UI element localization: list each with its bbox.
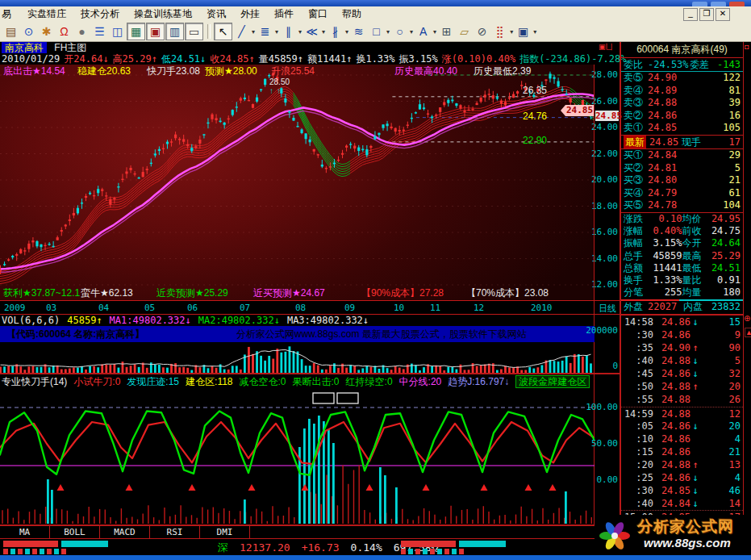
trendline-icon[interactable]: ╱	[233, 23, 250, 40]
level-annotation-2: 24.76	[523, 111, 547, 122]
tick-row-5: :5024.88↑20	[621, 380, 743, 393]
menu-item-2[interactable]: 技术分析	[73, 7, 127, 21]
chart-title-row: 南京高科 FH主图	[0, 42, 595, 53]
tick-row-14: :4024.84↓14	[621, 497, 743, 510]
tick-down-arrow-icon: ↓	[691, 497, 700, 510]
trendline-icon-dropdown[interactable]: ▾	[252, 28, 255, 36]
indicator-segment-1: 小试牛刀:0	[73, 376, 120, 387]
tick-row-10: :1524.8621	[621, 445, 743, 458]
heat-bar	[430, 549, 435, 554]
tick-down-arrow-icon: ↓	[691, 484, 700, 497]
channel-icon-dropdown[interactable]: ▾	[345, 28, 348, 36]
tick-down-arrow-icon: ↓	[691, 367, 700, 380]
menu-item-8[interactable]: 帮助	[335, 7, 369, 21]
alarm-icon[interactable]: Ω	[56, 23, 73, 40]
save-icon[interactable]: ▣	[515, 23, 532, 40]
decision-icon[interactable]: ✱	[38, 23, 55, 40]
bottom-annotation-0: 获利★37.87~12.1	[3, 288, 80, 299]
menu-item-5[interactable]: 外挂	[233, 7, 267, 21]
text-icon-dropdown[interactable]: ▾	[433, 28, 436, 36]
weicha-value: -143	[714, 58, 741, 71]
tick-row-0: 14:5824.86↓15	[621, 316, 743, 328]
volume-bars-plot[interactable]	[0, 342, 595, 373]
list-view-icon[interactable]: ☰	[91, 23, 108, 40]
stock-name-chip[interactable]: 南京高科	[2, 42, 47, 53]
eraser-icon[interactable]: ▱	[456, 23, 473, 40]
ellipse-icon[interactable]: ○	[391, 23, 408, 40]
text-icon[interactable]: A	[415, 23, 432, 40]
tick-up-arrow-icon: ↑	[691, 380, 700, 393]
oscillator-scale-0.00: 0.00	[597, 475, 619, 485]
search-icon[interactable]: ⊙	[20, 23, 37, 40]
split-view-icon[interactable]: ◫	[109, 23, 126, 40]
tab-dmi[interactable]: DMI	[200, 526, 250, 538]
palette-icon-dropdown[interactable]: ▾	[510, 28, 513, 36]
ohlc-segment-9: 涨(0.10)0.40%	[442, 53, 515, 65]
fanline-icon-dropdown[interactable]: ▾	[322, 28, 325, 36]
hline-icon-dropdown[interactable]: ▾	[275, 28, 278, 36]
channel-icon[interactable]: ∦	[327, 23, 344, 40]
ellipse-icon-dropdown[interactable]: ▾	[410, 28, 413, 36]
heat-bar	[401, 549, 406, 554]
current-price-tag: 24.85	[565, 105, 594, 116]
date-label-11: 2010	[531, 303, 553, 313]
tab-boll[interactable]: BOLL	[50, 526, 100, 538]
mdi-restore-button[interactable]: ❐	[699, 8, 714, 21]
tab-macd[interactable]: MACD	[100, 526, 150, 538]
stat-row-2: 振幅3.15%今开24.64	[621, 237, 743, 249]
rect-icon-dropdown[interactable]: ▾	[386, 28, 390, 36]
chart-view-icon[interactable]: ▣	[146, 23, 165, 40]
mdi-minimize-button[interactable]: _	[683, 8, 698, 21]
tick-scroll-up-icon[interactable]: ⊕	[744, 315, 750, 323]
window-bottom-edge	[0, 555, 751, 560]
tick-down-arrow-icon: ↓	[691, 471, 700, 484]
ad-banner: 【代码:600064 名称:南京高科】 分析家公式网www.88gs.com 最…	[0, 326, 595, 342]
mouse-icon[interactable]: ●	[73, 23, 90, 40]
quote-stock-title[interactable]: 600064 南京高科(49)	[621, 42, 743, 58]
message-icon[interactable]: ▭	[185, 23, 203, 40]
tick-alert-icon[interactable]: ▲	[745, 328, 751, 337]
mdi-close-button[interactable]: ✕	[716, 8, 730, 21]
hatch-icon[interactable]: ≋	[350, 23, 367, 40]
date-label-8: 10	[394, 303, 404, 313]
save-icon-dropdown[interactable]: ▾	[533, 28, 536, 36]
panel-pin-icon[interactable]: ◘	[745, 43, 749, 51]
menu-item-6[interactable]: 插件	[267, 7, 301, 21]
indicator-segment-2: 发现庄迹:15	[127, 376, 179, 387]
vol-segment-4-arrow-icon: ↓	[363, 315, 369, 326]
tick-row-2: :3524.90↑90	[621, 341, 743, 354]
chart-window-icon[interactable]: ▦	[127, 23, 145, 40]
book-icon[interactable]: ▤	[2, 23, 19, 40]
ohlc-segment-2: 高25.29↑	[113, 53, 157, 65]
oscillator-plot[interactable]	[0, 391, 595, 524]
hline-icon[interactable]: ≣	[257, 23, 273, 40]
heat-bar	[61, 541, 108, 547]
date-label-0: 2009	[4, 303, 26, 313]
toolbar-separator	[207, 24, 211, 39]
menu-item-3[interactable]: 操盘训练基地	[127, 7, 199, 21]
cursor-icon[interactable]: ↖	[214, 23, 232, 40]
vline-icon[interactable]: ∥	[280, 23, 297, 40]
ohlc-info-row: 2010/01/29开24.64↓高25.29↑低24.51↓收24.85↑量4…	[2, 53, 595, 65]
tab-rsi[interactable]: RSI	[150, 526, 200, 538]
ohlc-segment-3: 低24.51↓	[161, 53, 206, 65]
menu-item-0[interactable]: 易	[0, 7, 20, 21]
toolbar: ▤⊙✱Ω●☰◫▦▣▥▭↖╱▾≣▾∥▾≪▾∦▾≋□▾○▾A▾⊞▱⊘⣿▾▣▾	[0, 22, 751, 42]
volume-indicator-header: VOL(6,6,6)45859↑MA1:49802.332↓MA2:49802.…	[2, 315, 595, 326]
indicator-segment-0: 专业快刀手(14)	[2, 376, 67, 387]
menu-item-7[interactable]: 窗口	[301, 7, 335, 21]
main-candlestick-chart[interactable]: 底出击★14.54稳建仓20.63快刀手23.08预测★28.00升浪25.54…	[0, 65, 595, 300]
chart-info-icon[interactable]: ▥	[165, 23, 184, 40]
tab-ma[interactable]: MA	[0, 526, 50, 538]
menu-item-1[interactable]: 实盘猎庄	[20, 7, 73, 21]
tick-list[interactable]: 14:5824.86↓15:3024.869:3524.90↑90:4024.8…	[621, 314, 743, 524]
copy-icon[interactable]: ⊞	[438, 23, 455, 40]
palette-icon[interactable]: ⣿	[491, 23, 508, 40]
weibi-value: -24.53%	[648, 58, 690, 71]
rect-icon[interactable]: □	[368, 23, 385, 40]
unlock-icon[interactable]: ⊘	[474, 23, 490, 40]
vline-icon-dropdown[interactable]: ▾	[298, 28, 302, 36]
fanline-icon[interactable]: ≪	[303, 23, 320, 40]
ohlc-segment-1-arrow-icon: ↓	[102, 53, 108, 65]
menu-item-4[interactable]: 资讯	[199, 7, 233, 21]
